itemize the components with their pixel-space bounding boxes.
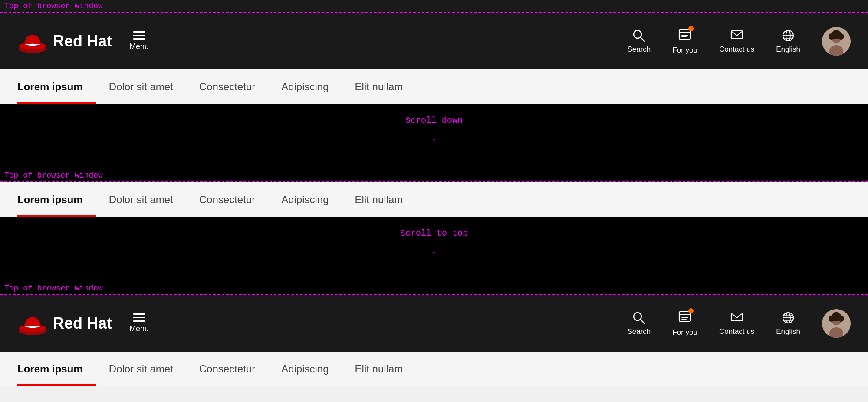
menu-button-3[interactable]: Menu <box>129 313 149 333</box>
for-you-notification-dot-1 <box>688 26 694 31</box>
scroll-down-arrow: ↓ <box>431 130 437 144</box>
language-button-1[interactable]: English <box>776 29 800 54</box>
primary-navbar-3: Red Hat Menu Search <box>0 295 868 352</box>
divider-scroll-down: Scroll down ↓ Top of browser window <box>0 104 868 182</box>
menu-label-1: Menu <box>129 42 149 51</box>
svg-rect-4 <box>679 30 690 39</box>
browser-window-label-top: Top of browser window <box>0 0 868 13</box>
for-you-label-3: For you <box>672 328 697 337</box>
subnav-item-dolor-1[interactable]: Dolor sit amet <box>109 69 186 104</box>
for-you-button-3[interactable]: For you <box>672 310 697 337</box>
contact-icon-3 <box>730 311 744 325</box>
language-button-3[interactable]: English <box>776 311 800 336</box>
globe-icon-3 <box>781 311 795 325</box>
search-icon-3 <box>632 311 646 325</box>
svg-point-41 <box>833 312 840 319</box>
svg-line-3 <box>641 37 644 41</box>
subnav-item-lorem-2[interactable]: Lorem ipsum <box>17 182 96 217</box>
svg-point-20 <box>833 30 840 36</box>
divider-scroll-to-top: Scroll to top ↓ Top of browser window <box>0 217 868 295</box>
search-label-3: Search <box>627 327 651 336</box>
subnav-item-adipiscing-1[interactable]: Adipiscing <box>281 69 342 104</box>
subnav-item-consectetur-1[interactable]: Consectetur <box>199 69 268 104</box>
avatar-image-3 <box>822 309 851 338</box>
logo-1[interactable]: Red Hat <box>17 30 112 53</box>
for-you-label-1: For you <box>672 46 697 55</box>
search-button-1[interactable]: Search <box>627 29 651 54</box>
search-label-1: Search <box>627 45 651 54</box>
search-icon-1 <box>632 29 646 43</box>
subnav-item-elit-1[interactable]: Elit nullam <box>355 69 416 104</box>
language-label-3: English <box>776 327 800 336</box>
redhat-logo-icon-1 <box>17 30 48 53</box>
logo-3[interactable]: Red Hat <box>17 312 112 336</box>
subnav-item-elit-2[interactable]: Elit nullam <box>355 182 416 217</box>
top-browser-label-3: Top of browser window <box>0 282 868 295</box>
subnav-item-dolor-2[interactable]: Dolor sit amet <box>109 182 186 217</box>
scroll-to-top-label: Scroll to top <box>400 228 468 238</box>
user-avatar-3[interactable] <box>822 309 851 338</box>
subnav-item-elit-3[interactable]: Elit nullam <box>355 352 416 386</box>
subnav-item-lorem-1[interactable]: Lorem ipsum <box>17 69 96 104</box>
menu-button-1[interactable]: Menu <box>129 31 149 51</box>
subnav-1: Lorem ipsum Dolor sit amet Consectetur A… <box>0 69 868 104</box>
contact-icon-1 <box>730 29 744 43</box>
subnav-item-consectetur-2[interactable]: Consectetur <box>199 182 268 217</box>
subnav-item-lorem-3[interactable]: Lorem ipsum <box>17 352 96 386</box>
brand-name-3: Red Hat <box>53 314 112 333</box>
hamburger-icon-3 <box>133 313 145 322</box>
svg-line-24 <box>641 320 644 323</box>
search-button-3[interactable]: Search <box>627 311 651 336</box>
svg-rect-25 <box>679 312 690 321</box>
contact-label-3: Contact us <box>719 327 754 336</box>
subnav-3: Lorem ipsum Dolor sit amet Consectetur A… <box>0 352 868 386</box>
contact-us-button-3[interactable]: Contact us <box>719 311 754 336</box>
subnav-item-consectetur-3[interactable]: Consectetur <box>199 352 268 386</box>
hamburger-icon-1 <box>133 31 145 40</box>
globe-icon-1 <box>781 29 795 43</box>
top-browser-label-2: Top of browser window <box>0 169 868 182</box>
redhat-logo-icon-3 <box>17 312 48 336</box>
contact-label-1: Contact us <box>719 45 754 54</box>
subnav-2: Lorem ipsum Dolor sit amet Consectetur A… <box>0 182 868 217</box>
menu-label-3: Menu <box>129 324 149 333</box>
for-you-button-1[interactable]: For you <box>672 28 697 55</box>
contact-us-button-1[interactable]: Contact us <box>719 29 754 54</box>
user-avatar-1[interactable] <box>822 27 851 56</box>
subnav-item-dolor-3[interactable]: Dolor sit amet <box>109 352 186 386</box>
scroll-down-label: Scroll down <box>405 115 463 125</box>
language-label-1: English <box>776 45 800 54</box>
brand-name-1: Red Hat <box>53 32 112 50</box>
scroll-to-top-arrow: ↓ <box>431 243 437 257</box>
avatar-image-1 <box>822 27 851 56</box>
navbar-right-1: Search For you Contact us <box>627 27 851 56</box>
subnav-item-adipiscing-3[interactable]: Adipiscing <box>281 352 342 386</box>
for-you-notification-dot-3 <box>688 308 694 313</box>
subnav-item-adipiscing-2[interactable]: Adipiscing <box>281 182 342 217</box>
navbar-right-3: Search For you Contact us <box>627 309 851 338</box>
primary-navbar-1: Red Hat Menu Search <box>0 13 868 69</box>
for-you-icon-wrapper-1 <box>678 28 692 43</box>
for-you-icon-wrapper-3 <box>678 310 692 326</box>
